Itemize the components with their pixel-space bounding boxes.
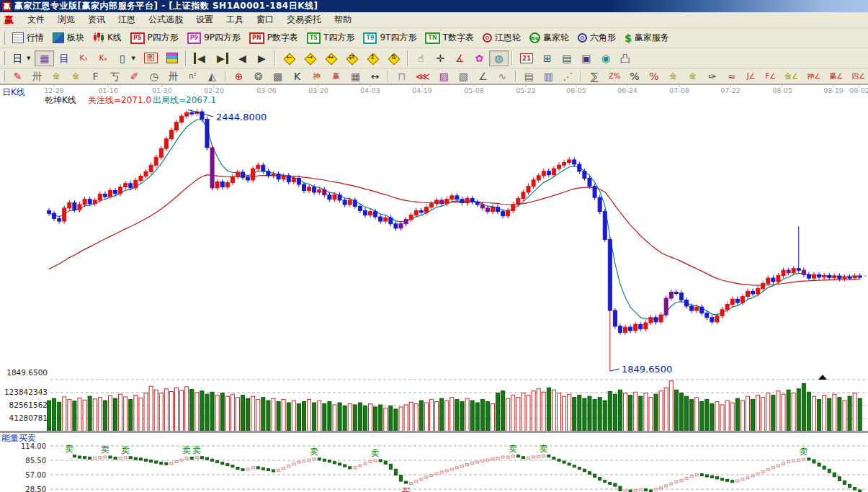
draw-speed-lines[interactable]: ⋘ — [411, 68, 434, 84]
sphere-tool-button-icon: ◍ — [493, 53, 504, 64]
draw-z-percent[interactable]: Z% — [604, 68, 625, 84]
compress-x-button[interactable]: ⇄ — [341, 50, 362, 66]
info-view-button[interactable]: 目 — [54, 50, 73, 66]
draw-time-lines[interactable]: 卅 — [164, 68, 183, 84]
draw-gold-grid-1[interactable]: 金 — [47, 68, 66, 84]
menu-item-江恩[interactable]: 江恩 — [112, 12, 142, 27]
web-settings-button[interactable]: ◉ — [596, 50, 615, 66]
draw-approx[interactable]: ≈ — [722, 68, 741, 84]
sphere-tool-button[interactable]: ◍ — [489, 50, 509, 66]
candle-style-dropdown[interactable]: ▯▼ — [112, 50, 139, 66]
angle-measure-button[interactable]: ∡ — [450, 50, 470, 66]
draw-fibonacci[interactable]: F — [86, 68, 105, 84]
draw-shade-box[interactable]: ▨ — [434, 68, 454, 84]
draw-grid-lines[interactable]: 卅 — [27, 68, 47, 84]
quotes-button[interactable]: 行情 — [8, 30, 48, 46]
draw-measure[interactable]: ↔ — [365, 68, 385, 84]
draw-pencil[interactable]: ✎ — [8, 68, 27, 84]
menu-item-交易委托[interactable]: 交易委托 — [280, 12, 328, 27]
menu-item-公式选股[interactable]: 公式选股 — [142, 12, 189, 27]
draw-gold-circle[interactable]: 金 — [663, 68, 683, 84]
kline3-button[interactable]: K₃ — [73, 50, 93, 66]
menu-item-资讯[interactable]: 资讯 — [81, 12, 112, 27]
draw-h-grid[interactable]: ▤ — [519, 68, 539, 84]
draw-channel[interactable]: ⊓ — [392, 68, 411, 84]
draw-h-grid-icon: ▤ — [524, 71, 534, 82]
draw-win-angle[interactable]: 赢∠ — [825, 68, 847, 84]
draw-percent[interactable]: % — [625, 68, 644, 84]
draw-v-grid[interactable]: ▥ — [539, 68, 558, 84]
draw-gann-web[interactable]: ❂ — [249, 68, 268, 84]
draw-gold-grid-2[interactable]: 金 — [66, 68, 86, 84]
draw-shen-angle[interactable]: 神∠ — [802, 68, 825, 84]
gann-chart-button[interactable]: 图 — [140, 50, 162, 66]
p-square-button[interactable]: PSP四方形 — [126, 30, 183, 46]
pattern-view-button[interactable]: ▦ — [35, 50, 54, 66]
nav-first-button[interactable]: ◀ — [189, 50, 211, 66]
chart-canvas[interactable]: 12-2801-1601-3002-2003-0603-2004-0304-19… — [0, 85, 868, 492]
menu-item-文件[interactable]: 文件 — [21, 12, 51, 27]
draw-gold-level[interactable]: 金 — [683, 68, 702, 84]
nine-t-square-button[interactable]: T99T四方形 — [359, 30, 421, 46]
gann-wheel-button[interactable]: 江恩轮 — [478, 30, 525, 46]
kline9-button[interactable]: K₉ — [93, 50, 112, 66]
hexagon-button[interactable]: 六角形 — [573, 30, 620, 46]
sectors-button[interactable]: 板块 — [48, 30, 89, 46]
hand-tool-button[interactable]: ☝ — [411, 50, 431, 66]
calendar-button[interactable]: 21 — [516, 51, 538, 66]
draw-hatch-box[interactable]: ▧ — [454, 68, 473, 84]
draw-number-grid[interactable]: ▦ — [346, 68, 365, 84]
flower-tool-button[interactable]: ✿ — [470, 50, 489, 66]
draw-wave[interactable]: ∿ — [493, 68, 512, 84]
menu-item-窗口[interactable]: 窗口 — [250, 12, 280, 27]
draw-rays[interactable]: ⋰ — [558, 68, 578, 84]
expand-x-button[interactable]: ↔ — [321, 50, 341, 66]
draw-marker[interactable]: ✐ — [125, 68, 144, 84]
jump-right-button[interactable]: → — [300, 50, 321, 66]
crosshair-tool-button[interactable]: ✛ — [431, 50, 450, 66]
menu-item-设置[interactable]: 设置 — [189, 12, 220, 27]
menu-item-浏览[interactable]: 浏览 — [51, 12, 81, 27]
calculator-button[interactable]: ⊞ — [537, 50, 557, 66]
save-button[interactable]: ▣ — [576, 50, 596, 66]
notes-button[interactable]: ▤ — [557, 50, 576, 66]
draw-j-angle[interactable]: J∠ — [741, 68, 761, 84]
draw-f-angle[interactable]: F∠ — [761, 68, 780, 84]
compress-y-button[interactable]: ⇅ — [383, 50, 404, 66]
draw-square-numbers[interactable]: n² — [183, 68, 202, 84]
draw-percent-line[interactable]: % — [644, 68, 663, 84]
draw-sum[interactable]: ⅀ — [585, 68, 604, 84]
nav-last-button[interactable]: ▶ — [211, 50, 233, 66]
draw-gann-box[interactable]: ▩ — [268, 68, 287, 84]
jump-left-button[interactable]: ← — [279, 50, 300, 66]
draw-time-circle[interactable]: ◷ — [144, 68, 164, 84]
t-square-button[interactable]: TST四方形 — [303, 30, 359, 46]
nav-next-button[interactable]: ▶ — [252, 50, 272, 66]
toolbar-separator — [407, 50, 408, 65]
chart-area[interactable]: 日K线 能量买卖 12-2801-1601-3002-2003-0603-200… — [0, 84, 868, 492]
draw-gann-compass[interactable]: ⊕ — [229, 68, 249, 84]
draw-four-angle[interactable]: 四∠ — [847, 68, 868, 84]
period-day-dropdown[interactable]: 日▼ — [8, 50, 35, 66]
draw-pen2[interactable]: ✑ — [702, 68, 722, 84]
expand-y-button[interactable]: ↕ — [362, 50, 383, 66]
draw-k-tool[interactable]: Κ — [287, 68, 307, 84]
draw-win-grid[interactable]: 赢 — [326, 68, 346, 84]
menu-item-帮助[interactable]: 帮助 — [328, 12, 358, 27]
nine-p-square-button[interactable]: P99P四方形 — [183, 30, 245, 46]
menu-item-工具[interactable]: 工具 — [220, 12, 250, 27]
winner-wheel-button[interactable]: Big赢家轮 — [525, 30, 573, 46]
print-button[interactable]: 凸 — [615, 50, 635, 66]
p-number-table-button[interactable]: PNP数字表 — [245, 30, 303, 46]
t-number-table-button[interactable]: TNT数字表 — [421, 30, 478, 46]
draw-shen-grid[interactable]: 神 — [307, 68, 326, 84]
draw-trend-angle[interactable]: ∠ — [473, 68, 493, 84]
p-number-table-button-label: P数字表 — [267, 32, 298, 44]
draw-angle-fan[interactable]: ◭ — [202, 68, 222, 84]
kline-button[interactable]: K线 — [89, 30, 126, 47]
draw-spiral[interactable]: 丂 — [105, 68, 125, 84]
color-chart-button[interactable] — [162, 50, 182, 66]
nav-prev-button[interactable]: ◀ — [233, 50, 252, 66]
winner-service-button[interactable]: $赢家服务 — [620, 30, 674, 46]
draw-gold-angle[interactable]: 金∠ — [780, 68, 802, 84]
